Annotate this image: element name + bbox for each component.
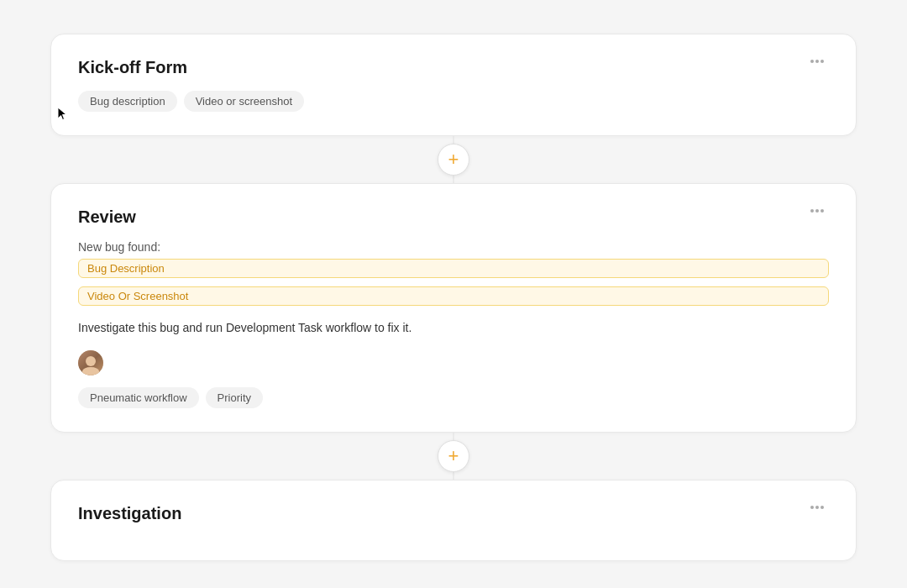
dot-9 bbox=[820, 506, 824, 509]
review-body: New bug found: Bug Description Video Or … bbox=[78, 240, 829, 408]
bottom-tags-row: Pneumatic workflow Priority bbox=[78, 387, 829, 408]
kickoff-card-header: Kick-off Form bbox=[78, 58, 829, 77]
add-step-button-1[interactable]: + bbox=[438, 144, 469, 176]
review-more-button[interactable] bbox=[805, 207, 829, 214]
add-step-button-2[interactable]: + bbox=[438, 440, 469, 472]
review-title: Review bbox=[78, 207, 136, 227]
new-bug-label: New bug found: bbox=[78, 240, 829, 254]
video-screenshot-tag: Video or screenshot bbox=[184, 91, 304, 112]
bug-description-highlight-tag: Bug Description bbox=[78, 259, 829, 278]
review-card: Review New bug found: Bug Description Vi… bbox=[50, 183, 857, 433]
dot-1 bbox=[810, 60, 814, 63]
dot-2 bbox=[815, 60, 819, 63]
avatar-row bbox=[78, 350, 829, 375]
pneumatic-workflow-tag: Pneumatic workflow bbox=[78, 387, 199, 408]
video-screenshot-highlight-tag: Video Or Screenshot bbox=[78, 286, 829, 306]
avatar-image bbox=[78, 350, 103, 375]
add-button-wrapper-2: + bbox=[438, 433, 469, 480]
kickoff-card: Kick-off Form Bug description Video or s… bbox=[50, 34, 857, 136]
user-avatar bbox=[78, 350, 103, 375]
dot-3 bbox=[820, 60, 824, 63]
kickoff-tags-row: Bug description Video or screenshot bbox=[78, 91, 829, 112]
kickoff-more-button[interactable] bbox=[805, 58, 829, 65]
investigate-text: Investigate this bug and run Development… bbox=[78, 319, 829, 337]
kickoff-title: Kick-off Form bbox=[78, 58, 187, 77]
review-card-header: Review bbox=[78, 207, 829, 227]
add-button-wrapper-1: + bbox=[438, 136, 469, 183]
dot-5 bbox=[815, 209, 819, 213]
dot-8 bbox=[815, 506, 819, 509]
investigation-more-button[interactable] bbox=[805, 504, 829, 511]
dot-6 bbox=[820, 209, 824, 213]
dot-4 bbox=[810, 209, 814, 213]
workflow-container: Kick-off Form Bug description Video or s… bbox=[50, 34, 857, 561]
priority-tag: Priority bbox=[206, 387, 263, 408]
bug-description-tag: Bug description bbox=[78, 91, 177, 112]
investigation-card-header: Investigation bbox=[78, 504, 829, 523]
dot-7 bbox=[810, 506, 814, 509]
investigation-card: Investigation bbox=[50, 480, 857, 561]
investigation-title: Investigation bbox=[78, 504, 181, 523]
